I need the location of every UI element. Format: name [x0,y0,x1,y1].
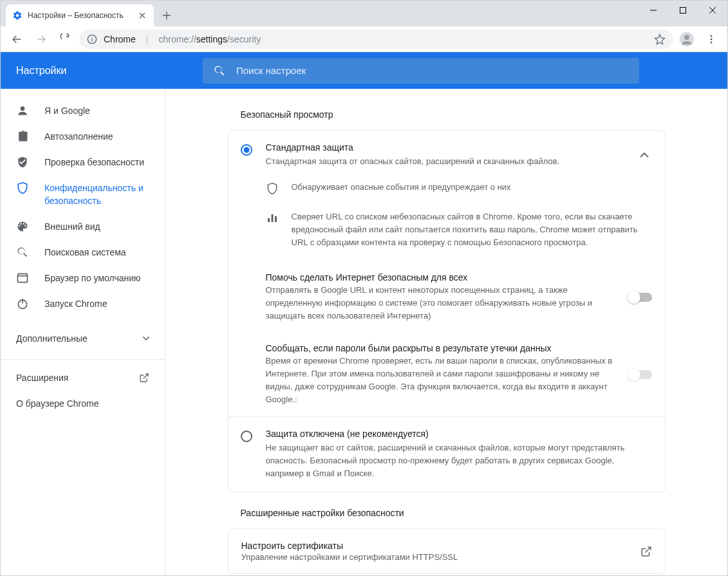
radio-unselected-icon[interactable] [240,430,253,443]
safe-browsing-card: Стандартная защита Стандартная защита от… [228,130,666,492]
search-icon [16,246,29,259]
option-title: Стандартная защита [266,142,624,153]
svg-point-5 [684,35,689,40]
shield-outline-icon [266,182,279,195]
sidebar-item-privacy-security[interactable]: Конфиденциальность и безопасность [1,175,157,214]
sidebar-item-on-startup[interactable]: Запуск Chrome [1,291,157,317]
browser-tab[interactable]: Настройки – Безопасность [6,5,154,26]
window-controls [639,1,727,20]
option-standard-protection[interactable]: Стандартная защита Стандартная защита от… [229,131,665,173]
toggle-password-leak [629,370,652,379]
address-bar[interactable]: Chrome | chrome://settings/security [79,30,673,49]
search-icon [213,64,226,77]
sidebar-item-you-and-google[interactable]: Я и Google [1,98,157,124]
profile-avatar-icon[interactable] [676,28,698,50]
palette-icon [16,220,29,233]
sidebar-item-safety-check[interactable]: Проверка безопасности [1,149,157,175]
sidebar-divider [1,359,165,360]
sub-option-help-improve: Помочь сделать Интернет безопасным для в… [229,262,665,333]
sidebar-item-autofill[interactable]: Автозаполнение [1,124,157,149]
link-manage-certificates[interactable]: Настроить сертификаты Управление настрой… [229,529,665,573]
bookmark-star-icon[interactable] [654,33,666,45]
reload-button[interactable] [55,28,77,50]
radio-selected-icon[interactable] [240,144,253,156]
new-tab-button[interactable] [158,6,176,24]
bar-chart-icon [266,212,279,223]
svg-point-17 [241,431,252,441]
maximize-button[interactable] [668,1,698,20]
sidebar-item-appearance[interactable]: Внешний вид [1,214,157,239]
option-no-protection[interactable]: Защита отключена (не рекомендуется) Не з… [229,417,665,492]
section-title-advanced-security: Расширенные настройки безопасности [228,503,666,528]
forward-button[interactable] [30,28,52,50]
settings-header: Настройки [1,52,727,89]
shield-icon [16,181,29,194]
option-subtitle: Стандартная защита от опасных сайтов, ра… [266,155,624,168]
back-button[interactable] [6,28,28,50]
settings-search[interactable] [203,58,639,84]
toggle-help-improve[interactable] [629,293,652,302]
caret-down-icon [143,337,149,340]
external-link-icon [139,373,149,383]
svg-rect-16 [275,216,277,222]
svg-point-13 [243,147,249,153]
svg-rect-3 [91,39,92,41]
url-chrome-label: Chrome [104,34,136,44]
settings-search-input[interactable] [236,65,629,76]
tab-title: Настройки – Безопасность [28,11,132,20]
svg-rect-0 [680,8,686,14]
svg-point-9 [21,106,25,111]
collapse-chevron-up-icon[interactable] [637,153,652,158]
verified-shield-icon [16,156,29,169]
advanced-security-card: Настроить сертификаты Управление настрой… [228,528,666,574]
svg-rect-15 [271,214,273,222]
option-subtitle: Не защищает вас от сайтов, расширений и … [266,441,652,480]
sidebar-item-default-browser[interactable]: Браузер по умолчанию [1,265,157,291]
minimize-button[interactable] [639,1,668,20]
close-window-button[interactable] [698,1,727,20]
sidebar-item-search-engine[interactable]: Поисковая система [1,239,157,265]
svg-point-2 [91,37,93,38]
svg-rect-10 [18,274,28,282]
sidebar-advanced-toggle[interactable]: Дополнительные [1,323,165,354]
site-info-icon[interactable] [87,34,97,44]
tab-close-icon[interactable] [137,10,147,21]
settings-main[interactable]: Безопасный просмотр Стандартная защита С… [165,89,727,575]
external-link-icon [640,546,652,557]
sidebar-link-extensions[interactable]: Расширения [1,365,165,391]
detail-detect-events: Обнаруживает опасные события и предупреж… [229,173,665,203]
section-title-safe-browsing: Безопасный просмотр [228,104,666,130]
person-icon [16,104,29,117]
gear-icon [12,10,23,21]
settings-title: Настройки [16,65,183,77]
svg-point-8 [711,41,713,43]
svg-point-7 [711,38,713,40]
sidebar-link-about[interactable]: О браузере Chrome [1,391,165,416]
svg-rect-14 [268,218,270,222]
window-titlebar: Настройки – Безопасность [1,1,727,26]
detail-url-check: Сверяет URL со списком небезопасных сайт… [229,203,665,262]
browser-toolbar: Chrome | chrome://settings/security [1,26,727,52]
clipboard-icon [16,130,29,143]
option-title: Защита отключена (не рекомендуется) [266,429,652,439]
sub-option-password-leak: Сообщать, если пароли были раскрыты в ре… [229,333,665,417]
power-icon [16,297,29,310]
url-divider: | [142,34,153,44]
browser-icon [16,272,29,284]
settings-sidebar: Я и Google Автозаполнение Проверка безоп… [1,89,165,575]
chrome-menu-icon[interactable] [700,28,722,50]
svg-point-6 [711,35,713,37]
